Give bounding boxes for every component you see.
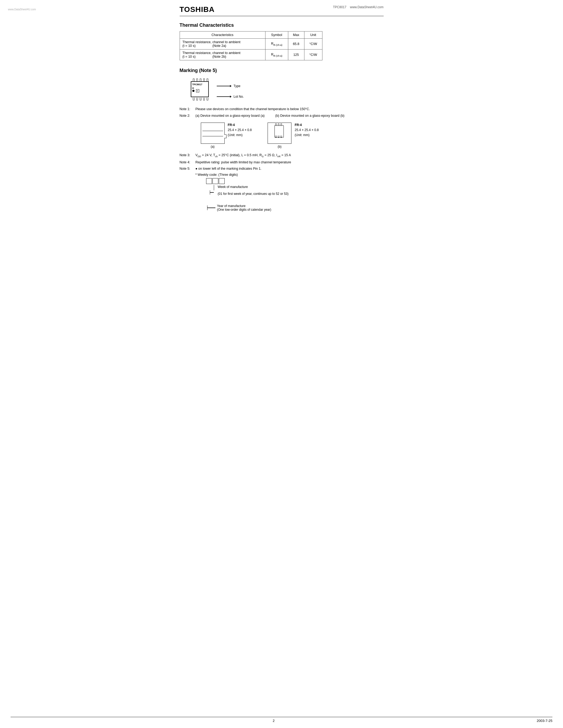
- toshiba-logo: TOSHIBA: [180, 5, 215, 14]
- note3-content: VDD = 24 V, Tch = 25°C (initial), L = 0.…: [195, 153, 384, 158]
- col-symbol: Symbol: [265, 32, 288, 39]
- weekly-code-diagram: Week of manufacture (01 for first week o…: [206, 178, 384, 212]
- marking-diagram: TPC8017H ✕ Type Lot N: [187, 78, 384, 101]
- board-a-material: FR-4: [228, 123, 252, 128]
- board-b-box: (b): [267, 123, 292, 149]
- type-label: Type: [234, 84, 240, 88]
- note-5: Note 5: ● on lower left of the marking i…: [180, 166, 384, 171]
- note5-content: ● on lower left of the marking indicates…: [195, 166, 384, 171]
- board-b-size: 25.4 × 25.4 × 0.8: [295, 128, 319, 133]
- board-a-diagram: (a) FR-4 25.4 × 25.4 × 0.8 (Unit: mm): [201, 123, 252, 149]
- col-max: Max: [288, 32, 304, 39]
- board-b-material: FR-4: [295, 123, 319, 128]
- board-b-info: FR-4 25.4 × 25.4 × 0.8 (Unit: mm): [295, 123, 319, 138]
- weekly-code-header: * Weekly code: (Three digits): [195, 173, 384, 177]
- note-2-header: Note 2: (a) Device mounted on a glass-ep…: [180, 113, 384, 118]
- board-b-diagram: (b) FR-4 25.4 × 25.4 × 0.8 (Unit: mm): [267, 123, 319, 149]
- type-arrow-row: Type: [217, 84, 244, 88]
- note2a-text: (a) Device mounted on a glass-epoxy boar…: [195, 113, 265, 118]
- board-a-info: FR-4 25.4 × 25.4 × 0.8 (Unit: mm): [228, 123, 252, 138]
- char-cell-1: Thermal resistance, channel to ambient (…: [180, 39, 265, 50]
- note5-label: Note 5:: [180, 166, 195, 171]
- note-1: Note 1: Please use devices on condition …: [180, 107, 384, 112]
- board-a-unit: (Unit: mm): [228, 133, 252, 138]
- table-row: Thermal resistance, channel to ambient (…: [180, 50, 322, 60]
- max-cell-1: 65.8: [288, 39, 304, 50]
- header-right: TPC8017 www.DataSheet4U.com: [333, 5, 384, 9]
- product-name: TPC8017: [333, 5, 347, 9]
- col-unit: Unit: [304, 32, 322, 39]
- week-manufacture-label: Week of manufacture (01 for first week o…: [218, 185, 289, 196]
- marking-title: Marking (Note 5): [180, 68, 384, 73]
- board-diagrams: (a) FR-4 25.4 × 25.4 × 0.8 (Unit: mm): [201, 123, 384, 149]
- table-header-row: Characteristics Symbol Max Unit: [180, 32, 322, 39]
- board-a-rect: [201, 123, 225, 144]
- board-b-unit: (Unit: mm): [295, 133, 319, 138]
- year-manufacture-label: Year of manufacture: [217, 204, 271, 208]
- symbol-cell-2: Rth (ch-a): [265, 50, 288, 60]
- note-4: Note 4: Repetitive rating: pulse width l…: [180, 160, 384, 165]
- board-a-box: (a): [201, 123, 225, 149]
- thermal-section: Thermal Characteristics Characteristics …: [180, 23, 384, 60]
- note4-label: Note 4:: [180, 160, 195, 165]
- table-row: Thermal resistance, channel to ambient (…: [180, 39, 322, 50]
- note4-content: Repetitive rating: pulse width limited b…: [195, 160, 384, 165]
- unit-cell-1: °C/W: [304, 39, 322, 50]
- symbol-cell-1: Rth (ch-a): [265, 39, 288, 50]
- code-annotations: Week of manufacture (01 for first week o…: [207, 185, 384, 212]
- lot-label: Lot No.: [234, 95, 244, 98]
- board-b-label: (b): [267, 145, 292, 149]
- note2-content: (a) Device mounted on a glass-epoxy boar…: [195, 113, 345, 118]
- ic-package-drawing: TPC8017H ✕: [187, 78, 214, 101]
- note1-label: Note 1:: [180, 107, 195, 112]
- note2b-text: (b) Device mounted on a glass-epoxy boar…: [275, 113, 345, 118]
- page-header: TOSHIBA TPC8017 www.DataSheet4U.com: [180, 5, 384, 16]
- note2-label: Note 2:: [180, 113, 195, 118]
- weekly-code-label: * Weekly code: (Three digits): [195, 173, 238, 177]
- note3-label: Note 3:: [180, 153, 195, 158]
- board-a-label: (a): [201, 145, 225, 149]
- lot-arrow-row: Lot No.: [217, 95, 244, 98]
- year-detail: (One low-order digits of calendar year): [217, 208, 271, 212]
- unit-cell-2: °C/W: [304, 50, 322, 60]
- year-manufacture-row: Year of manufacture (One low-order digit…: [207, 204, 384, 212]
- notes-section: Note 1: Please use devices on condition …: [180, 107, 384, 212]
- thermal-title: Thermal Characteristics: [180, 23, 384, 28]
- board-a-size: 25.4 × 25.4 × 0.8: [228, 128, 252, 133]
- board-b-rect: [267, 123, 292, 144]
- max-cell-2: 125: [288, 50, 304, 60]
- thermal-table: Characteristics Symbol Max Unit Thermal …: [180, 31, 323, 60]
- code-boxes: [206, 178, 384, 184]
- note1-content: Please use devices on condition that the…: [195, 107, 384, 112]
- website: www.DataSheet4U.com: [350, 5, 384, 9]
- note-3: Note 3: VDD = 24 V, Tch = 25°C (initial)…: [180, 153, 384, 158]
- marking-section: Marking (Note 5) TPC8017H ✕: [180, 68, 384, 101]
- col-characteristics: Characteristics: [180, 32, 265, 39]
- char-cell-2: Thermal resistance, channel to ambient (…: [180, 50, 265, 60]
